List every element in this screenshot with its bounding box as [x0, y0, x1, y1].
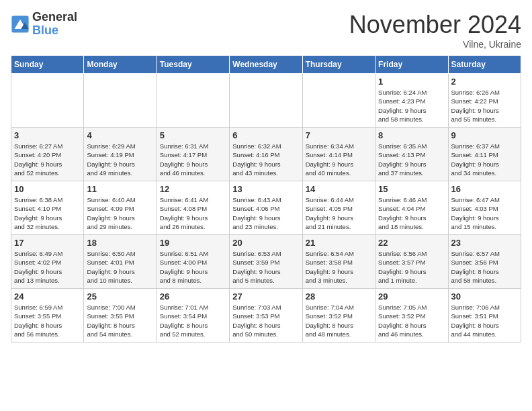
day-info: Sunrise: 6:47 AM Sunset: 4:03 PM Dayligh… — [451, 195, 518, 231]
logo-icon — [11, 15, 30, 34]
day-info: Sunrise: 6:26 AM Sunset: 4:22 PM Dayligh… — [451, 88, 518, 124]
day-info: Sunrise: 6:29 AM Sunset: 4:19 PM Dayligh… — [87, 142, 153, 177]
calendar-cell: 7Sunrise: 6:34 AM Sunset: 4:14 PM Daylig… — [302, 128, 375, 181]
calendar-table: SundayMondayTuesdayWednesdayThursdayFrid… — [11, 55, 521, 342]
calendar-cell — [157, 74, 229, 128]
calendar-cell: 14Sunrise: 6:44 AM Sunset: 4:05 PM Dayli… — [302, 181, 375, 235]
day-info: Sunrise: 6:46 AM Sunset: 4:04 PM Dayligh… — [378, 195, 445, 231]
day-info: Sunrise: 6:44 AM Sunset: 4:05 PM Dayligh… — [306, 195, 372, 231]
day-number: 25 — [87, 291, 153, 302]
calendar-cell: 17Sunrise: 6:49 AM Sunset: 4:02 PM Dayli… — [11, 235, 84, 289]
day-number: 18 — [87, 238, 153, 248]
day-info: Sunrise: 7:06 AM Sunset: 3:51 PM Dayligh… — [451, 303, 518, 338]
day-info: Sunrise: 6:56 AM Sunset: 3:57 PM Dayligh… — [378, 249, 445, 285]
logo: General Blue — [11, 11, 77, 38]
calendar-cell: 25Sunrise: 7:00 AM Sunset: 3:55 PM Dayli… — [84, 289, 157, 342]
day-number: 7 — [306, 130, 372, 140]
weekday-header-monday: Monday — [84, 56, 157, 74]
day-number: 16 — [451, 184, 518, 194]
calendar-cell: 13Sunrise: 6:43 AM Sunset: 4:06 PM Dayli… — [230, 181, 302, 235]
day-info: Sunrise: 7:04 AM Sunset: 3:52 PM Dayligh… — [306, 303, 372, 338]
day-number: 2 — [451, 77, 518, 87]
day-number: 28 — [306, 291, 372, 302]
calendar-cell: 3Sunrise: 6:27 AM Sunset: 4:20 PM Daylig… — [11, 128, 84, 181]
day-number: 30 — [451, 291, 518, 302]
day-number: 4 — [87, 130, 153, 140]
calendar-cell: 19Sunrise: 6:51 AM Sunset: 4:00 PM Dayli… — [157, 235, 229, 289]
calendar-week-row: 3Sunrise: 6:27 AM Sunset: 4:20 PM Daylig… — [11, 128, 521, 181]
day-info: Sunrise: 6:37 AM Sunset: 4:11 PM Dayligh… — [451, 142, 518, 177]
calendar-cell: 2Sunrise: 6:26 AM Sunset: 4:22 PM Daylig… — [448, 74, 521, 128]
calendar-cell: 20Sunrise: 6:53 AM Sunset: 3:59 PM Dayli… — [230, 235, 302, 289]
day-number: 17 — [14, 238, 81, 248]
calendar-cell: 18Sunrise: 6:50 AM Sunset: 4:01 PM Dayli… — [84, 235, 157, 289]
weekday-header-thursday: Thursday — [302, 56, 375, 74]
calendar-week-row: 10Sunrise: 6:38 AM Sunset: 4:10 PM Dayli… — [11, 181, 521, 235]
calendar-cell: 24Sunrise: 6:59 AM Sunset: 3:55 PM Dayli… — [11, 289, 84, 342]
day-info: Sunrise: 6:43 AM Sunset: 4:06 PM Dayligh… — [232, 195, 299, 231]
day-number: 3 — [14, 130, 81, 140]
calendar-cell: 8Sunrise: 6:35 AM Sunset: 4:13 PM Daylig… — [375, 128, 448, 181]
day-info: Sunrise: 6:49 AM Sunset: 4:02 PM Dayligh… — [14, 249, 81, 285]
calendar-cell: 6Sunrise: 6:32 AM Sunset: 4:16 PM Daylig… — [230, 128, 302, 181]
day-info: Sunrise: 6:54 AM Sunset: 3:58 PM Dayligh… — [306, 249, 372, 285]
day-number: 15 — [378, 184, 445, 194]
day-info: Sunrise: 6:31 AM Sunset: 4:17 PM Dayligh… — [160, 142, 226, 177]
weekday-header-row: SundayMondayTuesdayWednesdayThursdayFrid… — [11, 56, 521, 74]
calendar-cell: 5Sunrise: 6:31 AM Sunset: 4:17 PM Daylig… — [157, 128, 229, 181]
calendar-week-row: 17Sunrise: 6:49 AM Sunset: 4:02 PM Dayli… — [11, 235, 521, 289]
calendar-cell: 29Sunrise: 7:05 AM Sunset: 3:52 PM Dayli… — [375, 289, 448, 342]
day-info: Sunrise: 6:34 AM Sunset: 4:14 PM Dayligh… — [306, 142, 372, 177]
day-number: 6 — [232, 130, 299, 140]
day-info: Sunrise: 6:27 AM Sunset: 4:20 PM Dayligh… — [14, 142, 81, 177]
calendar-cell: 27Sunrise: 7:03 AM Sunset: 3:53 PM Dayli… — [230, 289, 302, 342]
day-info: Sunrise: 6:32 AM Sunset: 4:16 PM Dayligh… — [232, 142, 299, 177]
calendar-cell: 11Sunrise: 6:40 AM Sunset: 4:09 PM Dayli… — [84, 181, 157, 235]
day-number: 27 — [232, 291, 299, 302]
location-subtitle: Vilne, Ukraine — [349, 39, 521, 50]
calendar-cell: 26Sunrise: 7:01 AM Sunset: 3:54 PM Dayli… — [157, 289, 229, 342]
day-info: Sunrise: 6:50 AM Sunset: 4:01 PM Dayligh… — [87, 249, 153, 285]
day-info: Sunrise: 6:40 AM Sunset: 4:09 PM Dayligh… — [87, 195, 153, 231]
day-number: 24 — [14, 291, 81, 302]
day-number: 26 — [160, 291, 226, 302]
page-header: General Blue November 2024 Vilne, Ukrain… — [11, 11, 521, 50]
day-info: Sunrise: 6:35 AM Sunset: 4:13 PM Dayligh… — [378, 142, 445, 177]
logo-text: General Blue — [32, 11, 77, 38]
calendar-cell: 22Sunrise: 6:56 AM Sunset: 3:57 PM Dayli… — [375, 235, 448, 289]
calendar-cell: 12Sunrise: 6:41 AM Sunset: 4:08 PM Dayli… — [157, 181, 229, 235]
day-number: 23 — [451, 238, 518, 248]
calendar-cell: 28Sunrise: 7:04 AM Sunset: 3:52 PM Dayli… — [302, 289, 375, 342]
calendar-cell: 30Sunrise: 7:06 AM Sunset: 3:51 PM Dayli… — [448, 289, 521, 342]
logo-general: General — [32, 11, 77, 24]
calendar-week-row: 1Sunrise: 6:24 AM Sunset: 4:23 PM Daylig… — [11, 74, 521, 128]
day-number: 9 — [451, 130, 518, 140]
day-number: 20 — [232, 238, 299, 248]
day-number: 29 — [378, 291, 445, 302]
day-info: Sunrise: 7:01 AM Sunset: 3:54 PM Dayligh… — [160, 303, 226, 338]
day-number: 8 — [378, 130, 445, 140]
calendar-cell: 23Sunrise: 6:57 AM Sunset: 3:56 PM Dayli… — [448, 235, 521, 289]
day-info: Sunrise: 7:03 AM Sunset: 3:53 PM Dayligh… — [232, 303, 299, 338]
calendar-cell: 9Sunrise: 6:37 AM Sunset: 4:11 PM Daylig… — [448, 128, 521, 181]
calendar-week-row: 24Sunrise: 6:59 AM Sunset: 3:55 PM Dayli… — [11, 289, 521, 342]
day-info: Sunrise: 6:51 AM Sunset: 4:00 PM Dayligh… — [160, 249, 226, 285]
weekday-header-sunday: Sunday — [11, 56, 84, 74]
day-number: 21 — [306, 238, 372, 248]
calendar-cell: 16Sunrise: 6:47 AM Sunset: 4:03 PM Dayli… — [448, 181, 521, 235]
day-info: Sunrise: 6:24 AM Sunset: 4:23 PM Dayligh… — [378, 88, 445, 124]
title-block: November 2024 Vilne, Ukraine — [349, 11, 521, 50]
day-number: 12 — [160, 184, 226, 194]
calendar-cell: 4Sunrise: 6:29 AM Sunset: 4:19 PM Daylig… — [84, 128, 157, 181]
day-info: Sunrise: 6:53 AM Sunset: 3:59 PM Dayligh… — [232, 249, 299, 285]
day-info: Sunrise: 6:57 AM Sunset: 3:56 PM Dayligh… — [451, 249, 518, 285]
day-number: 10 — [14, 184, 81, 194]
calendar-cell — [302, 74, 375, 128]
day-info: Sunrise: 6:41 AM Sunset: 4:08 PM Dayligh… — [160, 195, 226, 231]
calendar-cell: 10Sunrise: 6:38 AM Sunset: 4:10 PM Dayli… — [11, 181, 84, 235]
day-number: 19 — [160, 238, 226, 248]
weekday-header-friday: Friday — [375, 56, 448, 74]
day-number: 13 — [232, 184, 299, 194]
weekday-header-saturday: Saturday — [448, 56, 521, 74]
day-number: 5 — [160, 130, 226, 140]
